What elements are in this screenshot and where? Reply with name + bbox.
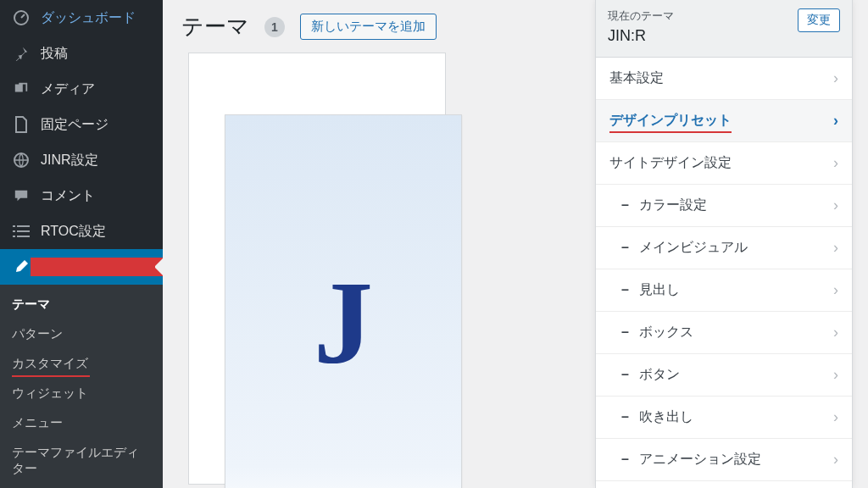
panel-row-label: 吹き出し [639,409,693,424]
chevron-right-icon: › [833,324,838,341]
panel-row-mainvisual[interactable]: –メインビジュアル › [596,227,852,269]
sidebar-label: ダッシュボード [41,9,136,27]
panel-row-animation[interactable]: –アニメーション設定 › [596,439,852,481]
globe-icon [12,151,31,169]
chevron-right-icon: › [833,112,838,130]
panel-row-design-preset[interactable]: デザインプリセット › [596,100,852,142]
panel-row-color[interactable]: –カラー設定 › [596,185,852,227]
panel-row-box[interactable]: –ボックス › [596,312,852,354]
dashboard-icon [12,8,31,27]
current-theme-name: JIN:R [608,27,674,45]
page-title: テーマ [181,12,249,42]
sidebar-subnav: テーマ パターン カスタマイズ ウィジェット メニュー テーマファイルエディター [0,285,163,488]
sidebar-label: RTOC設定 [41,223,106,241]
subnav-patterns[interactable]: パターン [0,319,163,349]
chevron-right-icon: › [833,197,838,214]
panel-row-basic[interactable]: 基本設定 › [596,58,852,100]
panel-row-label: アニメーション設定 [639,452,761,466]
panel-row-label: メインビジュアル [639,240,748,254]
brush-icon [12,258,31,276]
main-content: テーマ 1 新しいテーマを追加 J 現在のテーマ JIN:R 変更 基本設定 ›… [163,0,868,488]
chevron-right-icon: › [833,154,838,172]
panel-row-label: 見出し [639,282,680,297]
dash-icon: – [621,324,629,339]
sidebar-item-media[interactable]: メディア [0,71,163,107]
theme-card-letter: J [314,254,373,391]
chevron-right-icon: › [833,366,838,384]
sidebar-item-dashboard[interactable]: ダッシュボード [0,0,163,36]
chevron-right-icon: › [833,69,838,87]
dash-icon: – [621,240,629,254]
page-icon [12,115,31,134]
chevron-right-icon: › [833,408,838,426]
dash-icon: – [621,367,629,381]
list-icon [12,222,31,241]
panel-row-label: ボックス [639,324,693,339]
sidebar-item-rtoc[interactable]: RTOC設定 [0,214,163,249]
dash-icon: – [621,282,629,297]
panel-header-left: 現在のテーマ JIN:R [608,8,674,45]
chevron-right-icon: › [833,451,838,469]
panel-row-heading[interactable]: –見出し › [596,269,852,312]
panel-row-label: ボタン [639,367,680,381]
comment-icon [12,186,31,205]
panel-row-balloon[interactable]: –吹き出し › [596,396,852,439]
subnav-menus[interactable]: メニュー [0,408,163,438]
sidebar-item-appearance[interactable]: 外観 [0,249,163,285]
chevron-right-icon: › [833,281,838,299]
theme-card-frame: J [188,53,446,485]
panel-row-site-design[interactable]: サイトデザイン設定 › [596,142,852,185]
panel-row-label: 基本設定 [609,69,664,87]
sidebar-label: 投稿 [41,45,68,63]
current-theme-label: 現在のテーマ [608,8,674,24]
pin-icon [12,44,31,63]
sidebar-label: 固定ページ [41,116,108,134]
subnav-themes[interactable]: テーマ [0,290,163,319]
panel-list: 基本設定 › デザインプリセット › サイトデザイン設定 › –カラー設定 › … [596,58,852,488]
subnav-customize[interactable]: カスタマイズ [0,349,163,379]
dash-icon: – [621,452,629,466]
subnav-theme-editor[interactable]: テーマファイルエディター [0,438,163,484]
sidebar-label: メディア [41,80,95,98]
panel-row-information[interactable]: –インフォメーション設定 › [596,481,852,488]
panel-row-button[interactable]: –ボタン › [596,354,852,396]
panel-row-label: デザインプリセット [609,112,732,130]
sidebar-label: JINR設定 [41,152,98,169]
admin-sidebar: ダッシュボード 投稿 メディア 固定ページ JINR設定 コメント [0,0,163,488]
sidebar-item-pages[interactable]: 固定ページ [0,107,163,142]
sidebar-label: 外観 [41,258,68,276]
theme-count-badge: 1 [264,17,285,37]
change-theme-button[interactable]: 変更 [798,8,840,32]
sidebar-label: コメント [41,187,95,205]
media-icon [12,80,31,98]
panel-row-label: サイトデザイン設定 [609,154,732,172]
panel-header: 現在のテーマ JIN:R 変更 [596,0,852,58]
add-theme-button[interactable]: 新しいテーマを追加 [300,14,437,40]
customizer-panel: 現在のテーマ JIN:R 変更 基本設定 › デザインプリセット › サイトデザ… [595,0,853,488]
svg-point-1 [16,86,18,88]
subnav-widgets[interactable]: ウィジェット [0,379,163,408]
sidebar-item-jinr[interactable]: JINR設定 [0,142,163,178]
dash-icon: – [621,197,629,212]
sidebar-item-comments[interactable]: コメント [0,178,163,214]
panel-row-label: カラー設定 [639,197,707,212]
sidebar-item-posts[interactable]: 投稿 [0,36,163,71]
theme-card[interactable]: J [225,114,462,488]
dash-icon: – [621,409,629,424]
chevron-right-icon: › [833,239,838,257]
